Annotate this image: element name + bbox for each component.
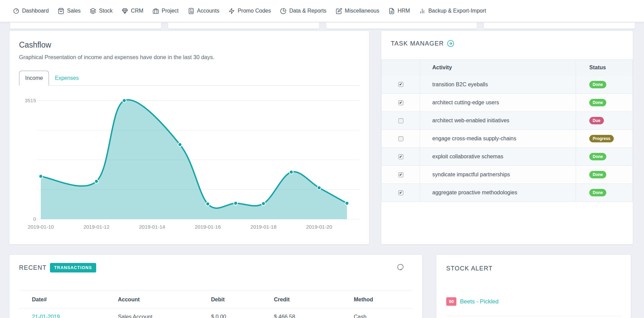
x-axis-tick-label: 2019-01-16 [195,224,221,230]
nav-item-sales[interactable]: Sales [58,8,81,14]
task-checkbox[interactable] [398,82,403,87]
status-column-header: Status [576,60,632,75]
cashflow-card: Cashflow Graphical Presentation of incom… [10,31,369,244]
y-axis-max-label: 3515 [25,98,36,103]
nav-item-label: Promo Codes [238,8,271,14]
arrow-right-circle-icon[interactable] [447,40,454,47]
nav-item-project[interactable]: Project [153,8,179,14]
task-row: aggregate proactive methodologiesDone [382,183,632,201]
task-checkbox[interactable] [398,118,403,123]
calculator-icon [188,8,194,14]
cashflow-title: Cashflow [19,40,51,50]
data-point-marker[interactable] [94,179,98,183]
task-row: engage cross-media supply-chainsProgress [382,129,632,147]
tx-cell: Sales Account [118,314,211,318]
tx-column-header-debit: Debit [211,297,274,303]
status-badge: Due [589,117,604,124]
nav-item-promo-codes[interactable]: Promo Codes [228,8,271,14]
tx-cell: $ 466.58 [274,314,354,318]
pie-chart-icon [280,8,286,14]
nav-item-label: Sales [67,8,81,14]
data-point-marker[interactable] [290,170,293,174]
zap-icon [228,8,235,14]
stock-alert-item: 90Beets - Pickled [446,297,499,306]
stat-card-partial [10,22,161,29]
task-manager-card: TASK MANAGER Activity Status transition … [381,31,633,244]
status-badge: Done [589,81,606,88]
data-point-marker[interactable] [206,202,210,206]
x-axis-tick-label: 2019-01-14 [139,224,165,230]
nav-item-backup-export-import[interactable]: Backup & Export-Import [419,8,486,14]
task-manager-title: TASK MANAGER [391,40,444,47]
refresh-icon[interactable] [397,264,404,271]
nav-item-accounts[interactable]: Accounts [188,8,220,14]
status-badge: Done [589,99,606,106]
stat-card-partial [168,22,319,29]
task-activity-label: aggregate proactive methodologies [420,184,576,201]
stat-card-partial [326,22,477,29]
data-point-marker[interactable] [234,201,238,205]
recent-title: RECENT [19,264,47,271]
nav-item-label: CRM [131,8,143,14]
data-point-marker[interactable] [345,201,349,205]
tab-expenses[interactable]: Expenses [49,71,84,85]
tx-column-header-credit: Credit [274,297,354,303]
task-checkbox[interactable] [398,154,403,159]
shopping-bag-icon [58,8,64,14]
tx-column-header-account: Account [118,297,211,303]
income-area-chart: 351502019-01-102019-01-122019-01-142019-… [19,92,360,238]
data-point-marker[interactable] [262,202,265,206]
data-point-marker[interactable] [39,174,43,178]
nav-item-data-reports[interactable]: Data & Reports [280,8,326,14]
tx-cell: 21-01-2019 [19,314,118,318]
task-row: architect web-enabled initiativesDue [382,111,632,129]
transaction-date-link[interactable]: 21-01-2019 [32,314,60,318]
task-checkbox[interactable] [398,190,403,195]
transactions-table: Date#AccountDebitCreditMethod 21-01-2019… [19,290,413,318]
nav-item-label: Accounts [197,8,220,14]
nav-item-label: Stock [99,8,112,14]
file-text-icon [388,8,395,14]
stat-card-slivers [10,22,635,29]
x-axis-tick-label: 2019-01-12 [83,224,109,230]
nav-item-label: Miscellaneous [345,8,379,14]
nav-item-dashboard[interactable]: Dashboard [13,8,49,14]
task-table: Activity Status transition B2C eyeballsD… [381,59,633,202]
nav-item-crm[interactable]: CRM [122,8,143,14]
task-checkbox[interactable] [398,100,403,105]
tx-column-header-method: Method [354,297,413,303]
activity-column-header: Activity [420,60,576,75]
data-point-marker[interactable] [122,99,126,103]
top-navbar: DashboardSalesStockCRMProjectAccountsPro… [0,0,644,22]
task-row: architect cutting-edge usersDone [382,93,632,111]
nav-item-miscellaneous[interactable]: Miscellaneous [336,8,379,14]
tx-cell: Cash [354,314,413,318]
nav-item-stock[interactable]: Stock [90,8,112,14]
stock-item-link[interactable]: Beets - Pickled [460,298,498,305]
task-table-body: transition B2C eyeballsDonearchitect cut… [382,75,632,201]
tab-income[interactable]: Income [19,71,49,86]
nav-item-label: HRM [398,8,410,14]
area-fill [41,100,347,219]
data-point-marker[interactable] [317,186,321,190]
tx-column-header-date: Date# [19,297,118,303]
status-badge: Done [589,189,606,196]
briefcase-icon [153,8,159,14]
x-axis-tick-label: 2019-01-10 [28,224,54,230]
task-checkbox[interactable] [398,136,403,141]
task-table-header: Activity Status [382,60,632,75]
nav-item-hrm[interactable]: HRM [388,8,410,14]
recent-transactions-card: RECENT TRANSACTIONS Date#AccountDebitCre… [10,255,422,318]
stock-alert-title: STOCK ALERT [446,265,493,272]
task-activity-label: architect cutting-edge users [420,94,576,111]
task-row: transition B2C eyeballsDone [382,75,632,93]
status-badge: Done [589,171,606,178]
data-point-marker[interactable] [178,143,182,146]
cashflow-tabs: Income Expenses [19,68,360,86]
nav-items: DashboardSalesStockCRMProjectAccountsPro… [13,8,486,14]
transactions-badge: TRANSACTIONS [50,263,96,272]
chart-svg: 351502019-01-102019-01-122019-01-142019-… [19,92,360,238]
task-checkbox[interactable] [398,172,403,177]
layers-icon [90,8,96,14]
stat-card-partial [484,22,635,29]
